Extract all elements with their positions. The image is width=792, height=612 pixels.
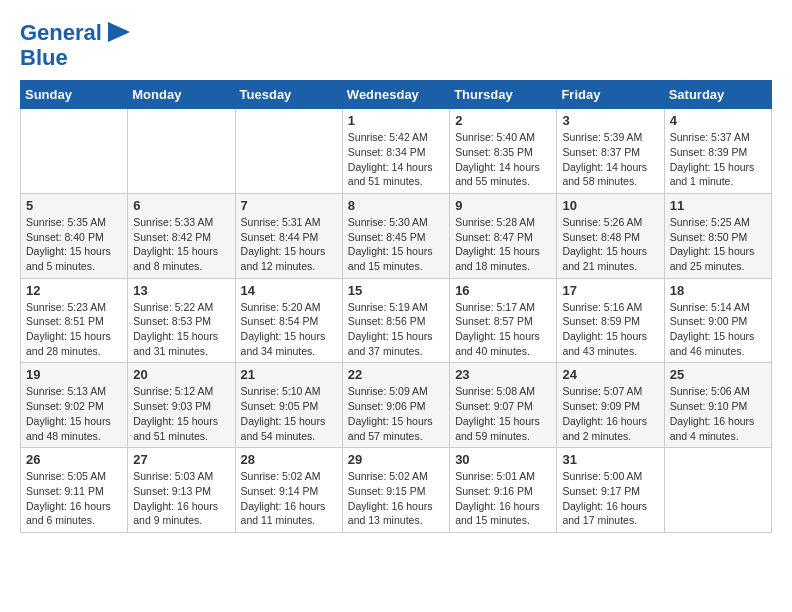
day-info: Sunrise: 5:33 AMSunset: 8:42 PMDaylight:…: [133, 215, 229, 274]
day-info: Sunrise: 5:12 AMSunset: 9:03 PMDaylight:…: [133, 384, 229, 443]
day-info: Sunrise: 5:13 AMSunset: 9:02 PMDaylight:…: [26, 384, 122, 443]
calendar-cell: [664, 448, 771, 533]
calendar-cell: 25Sunrise: 5:06 AMSunset: 9:10 PMDayligh…: [664, 363, 771, 448]
calendar-cell: 28Sunrise: 5:02 AMSunset: 9:14 PMDayligh…: [235, 448, 342, 533]
day-info: Sunrise: 5:28 AMSunset: 8:47 PMDaylight:…: [455, 215, 551, 274]
calendar-header-wednesday: Wednesday: [342, 81, 449, 109]
day-number: 21: [241, 367, 337, 382]
day-number: 9: [455, 198, 551, 213]
day-number: 25: [670, 367, 766, 382]
calendar-cell: 22Sunrise: 5:09 AMSunset: 9:06 PMDayligh…: [342, 363, 449, 448]
day-number: 26: [26, 452, 122, 467]
day-number: 13: [133, 283, 229, 298]
calendar-cell: 9Sunrise: 5:28 AMSunset: 8:47 PMDaylight…: [450, 193, 557, 278]
day-number: 15: [348, 283, 444, 298]
day-info: Sunrise: 5:19 AMSunset: 8:56 PMDaylight:…: [348, 300, 444, 359]
day-number: 4: [670, 113, 766, 128]
calendar-week-row: 12Sunrise: 5:23 AMSunset: 8:51 PMDayligh…: [21, 278, 772, 363]
day-number: 7: [241, 198, 337, 213]
calendar-cell: 3Sunrise: 5:39 AMSunset: 8:37 PMDaylight…: [557, 109, 664, 194]
logo-blue-text: Blue: [20, 46, 68, 70]
calendar-cell: 15Sunrise: 5:19 AMSunset: 8:56 PMDayligh…: [342, 278, 449, 363]
calendar-cell: 1Sunrise: 5:42 AMSunset: 8:34 PMDaylight…: [342, 109, 449, 194]
calendar-header-thursday: Thursday: [450, 81, 557, 109]
page-header: General Blue: [20, 20, 772, 70]
day-info: Sunrise: 5:02 AMSunset: 9:14 PMDaylight:…: [241, 469, 337, 528]
calendar-cell: 13Sunrise: 5:22 AMSunset: 8:53 PMDayligh…: [128, 278, 235, 363]
day-info: Sunrise: 5:17 AMSunset: 8:57 PMDaylight:…: [455, 300, 551, 359]
calendar-cell: [21, 109, 128, 194]
day-info: Sunrise: 5:23 AMSunset: 8:51 PMDaylight:…: [26, 300, 122, 359]
calendar-week-row: 19Sunrise: 5:13 AMSunset: 9:02 PMDayligh…: [21, 363, 772, 448]
day-info: Sunrise: 5:08 AMSunset: 9:07 PMDaylight:…: [455, 384, 551, 443]
day-info: Sunrise: 5:03 AMSunset: 9:13 PMDaylight:…: [133, 469, 229, 528]
day-number: 31: [562, 452, 658, 467]
day-number: 1: [348, 113, 444, 128]
day-number: 5: [26, 198, 122, 213]
calendar-header-sunday: Sunday: [21, 81, 128, 109]
day-number: 29: [348, 452, 444, 467]
day-number: 16: [455, 283, 551, 298]
calendar-week-row: 1Sunrise: 5:42 AMSunset: 8:34 PMDaylight…: [21, 109, 772, 194]
logo-arrow-icon: [108, 22, 130, 42]
day-info: Sunrise: 5:20 AMSunset: 8:54 PMDaylight:…: [241, 300, 337, 359]
calendar-cell: [128, 109, 235, 194]
calendar-header-monday: Monday: [128, 81, 235, 109]
day-number: 17: [562, 283, 658, 298]
calendar-cell: 24Sunrise: 5:07 AMSunset: 9:09 PMDayligh…: [557, 363, 664, 448]
logo-text: General: [20, 21, 102, 45]
calendar-cell: [235, 109, 342, 194]
calendar-cell: 23Sunrise: 5:08 AMSunset: 9:07 PMDayligh…: [450, 363, 557, 448]
day-info: Sunrise: 5:26 AMSunset: 8:48 PMDaylight:…: [562, 215, 658, 274]
calendar-cell: 11Sunrise: 5:25 AMSunset: 8:50 PMDayligh…: [664, 193, 771, 278]
calendar-cell: 16Sunrise: 5:17 AMSunset: 8:57 PMDayligh…: [450, 278, 557, 363]
day-number: 3: [562, 113, 658, 128]
calendar-cell: 8Sunrise: 5:30 AMSunset: 8:45 PMDaylight…: [342, 193, 449, 278]
day-number: 19: [26, 367, 122, 382]
day-info: Sunrise: 5:37 AMSunset: 8:39 PMDaylight:…: [670, 130, 766, 189]
calendar-cell: 30Sunrise: 5:01 AMSunset: 9:16 PMDayligh…: [450, 448, 557, 533]
calendar-cell: 4Sunrise: 5:37 AMSunset: 8:39 PMDaylight…: [664, 109, 771, 194]
day-info: Sunrise: 5:09 AMSunset: 9:06 PMDaylight:…: [348, 384, 444, 443]
day-number: 8: [348, 198, 444, 213]
day-number: 22: [348, 367, 444, 382]
calendar-header-saturday: Saturday: [664, 81, 771, 109]
day-number: 27: [133, 452, 229, 467]
calendar-cell: 14Sunrise: 5:20 AMSunset: 8:54 PMDayligh…: [235, 278, 342, 363]
day-number: 14: [241, 283, 337, 298]
calendar-cell: 10Sunrise: 5:26 AMSunset: 8:48 PMDayligh…: [557, 193, 664, 278]
day-info: Sunrise: 5:42 AMSunset: 8:34 PMDaylight:…: [348, 130, 444, 189]
calendar-cell: 26Sunrise: 5:05 AMSunset: 9:11 PMDayligh…: [21, 448, 128, 533]
day-info: Sunrise: 5:25 AMSunset: 8:50 PMDaylight:…: [670, 215, 766, 274]
day-info: Sunrise: 5:07 AMSunset: 9:09 PMDaylight:…: [562, 384, 658, 443]
day-info: Sunrise: 5:40 AMSunset: 8:35 PMDaylight:…: [455, 130, 551, 189]
day-number: 10: [562, 198, 658, 213]
day-info: Sunrise: 5:05 AMSunset: 9:11 PMDaylight:…: [26, 469, 122, 528]
day-info: Sunrise: 5:35 AMSunset: 8:40 PMDaylight:…: [26, 215, 122, 274]
day-number: 23: [455, 367, 551, 382]
day-info: Sunrise: 5:22 AMSunset: 8:53 PMDaylight:…: [133, 300, 229, 359]
calendar-header-tuesday: Tuesday: [235, 81, 342, 109]
day-info: Sunrise: 5:14 AMSunset: 9:00 PMDaylight:…: [670, 300, 766, 359]
day-number: 28: [241, 452, 337, 467]
calendar-cell: 12Sunrise: 5:23 AMSunset: 8:51 PMDayligh…: [21, 278, 128, 363]
calendar-cell: 31Sunrise: 5:00 AMSunset: 9:17 PMDayligh…: [557, 448, 664, 533]
day-number: 6: [133, 198, 229, 213]
calendar-cell: 19Sunrise: 5:13 AMSunset: 9:02 PMDayligh…: [21, 363, 128, 448]
day-number: 11: [670, 198, 766, 213]
day-number: 20: [133, 367, 229, 382]
calendar-week-row: 5Sunrise: 5:35 AMSunset: 8:40 PMDaylight…: [21, 193, 772, 278]
calendar-header-friday: Friday: [557, 81, 664, 109]
day-number: 24: [562, 367, 658, 382]
calendar-cell: 7Sunrise: 5:31 AMSunset: 8:44 PMDaylight…: [235, 193, 342, 278]
calendar-cell: 17Sunrise: 5:16 AMSunset: 8:59 PMDayligh…: [557, 278, 664, 363]
calendar-cell: 6Sunrise: 5:33 AMSunset: 8:42 PMDaylight…: [128, 193, 235, 278]
day-info: Sunrise: 5:01 AMSunset: 9:16 PMDaylight:…: [455, 469, 551, 528]
logo: General Blue: [20, 20, 130, 70]
day-info: Sunrise: 5:10 AMSunset: 9:05 PMDaylight:…: [241, 384, 337, 443]
calendar-cell: 20Sunrise: 5:12 AMSunset: 9:03 PMDayligh…: [128, 363, 235, 448]
day-info: Sunrise: 5:02 AMSunset: 9:15 PMDaylight:…: [348, 469, 444, 528]
calendar-cell: 2Sunrise: 5:40 AMSunset: 8:35 PMDaylight…: [450, 109, 557, 194]
day-info: Sunrise: 5:39 AMSunset: 8:37 PMDaylight:…: [562, 130, 658, 189]
day-info: Sunrise: 5:16 AMSunset: 8:59 PMDaylight:…: [562, 300, 658, 359]
